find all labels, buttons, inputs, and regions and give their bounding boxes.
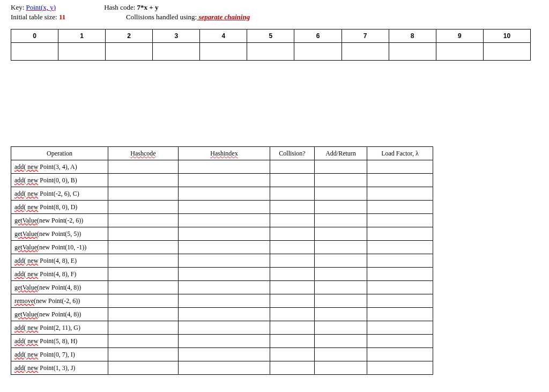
table-row: add( new Point(3, 4), A) <box>11 160 433 174</box>
empty-cell <box>270 187 315 201</box>
empty-cell <box>179 294 270 308</box>
hashcode-label: Hash code: <box>104 3 137 11</box>
empty-cell <box>315 201 367 214</box>
empty-cell <box>179 361 270 375</box>
key-label: Key: <box>11 3 26 11</box>
hash-index-cell: 3 <box>153 29 200 43</box>
empty-cell <box>270 294 315 308</box>
empty-cell <box>367 281 433 294</box>
header-line-2: Initial table size: 11 Collisions handle… <box>11 13 538 21</box>
empty-cell <box>108 201 179 214</box>
empty-cell <box>367 174 433 187</box>
collision-label: Collisions handled using: <box>126 13 197 21</box>
table-row: add( new Point(4, 8), E) <box>11 254 433 268</box>
hash-index-cell: 1 <box>58 29 106 43</box>
col-operation: Operation <box>11 147 108 160</box>
hash-index-cell: 10 <box>483 29 530 43</box>
empty-cell <box>179 174 270 187</box>
table-row: getValue(new Point(4, 8)) <box>11 281 433 294</box>
hash-value-cell <box>342 43 389 61</box>
operation-cell: remove(new Point(-2, 6)) <box>11 294 108 308</box>
empty-cell <box>179 254 270 268</box>
empty-cell <box>179 214 270 227</box>
collision-field: Collisions handled using: separate chain… <box>126 13 250 21</box>
empty-cell <box>108 348 179 361</box>
table-size-field: Initial table size: 11 <box>11 13 78 21</box>
operation-cell: add( new Point(5, 8), H) <box>11 335 108 348</box>
empty-cell <box>108 281 179 294</box>
empty-cell <box>270 214 315 227</box>
empty-cell <box>315 335 367 348</box>
empty-cell <box>367 268 433 281</box>
hash-index-cell: 9 <box>436 29 483 43</box>
empty-cell <box>367 241 433 254</box>
empty-cell <box>108 268 179 281</box>
hash-index-row: 012345678910 <box>11 29 531 43</box>
empty-cell <box>179 160 270 174</box>
table-size-label: Initial table size: <box>11 13 59 21</box>
table-row: add( new Point(0, 7), I) <box>11 348 433 361</box>
empty-cell <box>270 348 315 361</box>
table-row: add( new Point(1, 3), J) <box>11 361 433 375</box>
hash-index-cell: 5 <box>247 29 294 43</box>
table-row: getValue(new Point(10, -1)) <box>11 241 433 254</box>
empty-cell <box>108 187 179 201</box>
hash-value-cell <box>200 43 247 61</box>
empty-cell <box>270 241 315 254</box>
hashcode-value: 7*x + y <box>137 3 159 11</box>
hash-value-cell <box>436 43 483 61</box>
empty-cell <box>315 227 367 241</box>
operation-cell: add( new Point(8, 0), D) <box>11 201 108 214</box>
empty-cell <box>367 201 433 214</box>
empty-cell <box>367 160 433 174</box>
empty-cell <box>315 160 367 174</box>
hash-value-cell <box>389 43 436 61</box>
operation-cell: add( new Point(3, 4), A) <box>11 160 108 174</box>
operation-cell: getValue(new Point(5, 5)) <box>11 227 108 241</box>
empty-cell <box>270 321 315 335</box>
empty-cell <box>108 174 179 187</box>
col-hashindex: Hashindex <box>179 147 270 160</box>
table-row: add( new Point(4, 8), F) <box>11 268 433 281</box>
table-row: add( new Point(0, 0), B) <box>11 174 433 187</box>
empty-cell <box>108 254 179 268</box>
operation-cell: getValue(new Point(4, 8)) <box>11 281 108 294</box>
empty-cell <box>270 254 315 268</box>
empty-cell <box>367 294 433 308</box>
hash-table: 012345678910 <box>11 29 531 61</box>
operation-cell: add( new Point(0, 7), I) <box>11 348 108 361</box>
empty-cell <box>270 281 315 294</box>
key-field: Key: Point(x, y) <box>11 3 56 12</box>
operation-cell: add( new Point(1, 3), J) <box>11 361 108 375</box>
collision-value: separate chaining <box>197 13 250 21</box>
empty-cell <box>108 214 179 227</box>
empty-cell <box>315 187 367 201</box>
empty-cell <box>270 268 315 281</box>
table-row: add( new Point(8, 0), D) <box>11 201 433 214</box>
table-size-value: 11 <box>59 13 65 21</box>
empty-cell <box>315 361 367 375</box>
empty-cell <box>108 241 179 254</box>
operation-cell: getValue(new Point(4, 8)) <box>11 308 108 321</box>
table-row: add( new Point(-2, 6), C) <box>11 187 433 201</box>
hash-value-cell <box>58 43 106 61</box>
operations-table: Operation Hashcode Hashindex Collision? … <box>11 146 433 375</box>
hash-index-cell: 4 <box>200 29 247 43</box>
table-row: getValue(new Point(-2, 6)) <box>11 214 433 227</box>
empty-cell <box>315 308 367 321</box>
table-row: add( new Point(5, 8), H) <box>11 335 433 348</box>
operation-cell: add( new Point(4, 8), E) <box>11 254 108 268</box>
empty-cell <box>367 321 433 335</box>
empty-cell <box>315 294 367 308</box>
empty-cell <box>108 308 179 321</box>
hash-value-cell <box>294 43 342 61</box>
empty-cell <box>315 321 367 335</box>
empty-cell <box>270 308 315 321</box>
empty-cell <box>367 348 433 361</box>
empty-cell <box>179 241 270 254</box>
hash-value-cell <box>247 43 294 61</box>
operation-cell: getValue(new Point(-2, 6)) <box>11 214 108 227</box>
empty-cell <box>315 241 367 254</box>
operation-cell: add( new Point(4, 8), F) <box>11 268 108 281</box>
empty-cell <box>179 187 270 201</box>
